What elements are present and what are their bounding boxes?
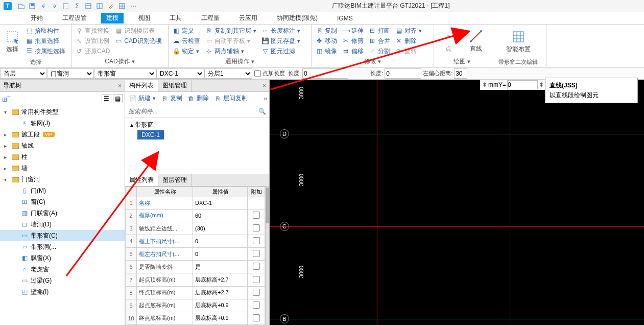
- property-row[interactable]: 4 框上下扣尺寸(... 0: [126, 235, 265, 248]
- elem-save-button[interactable]: 💾图元存盘 ▾: [259, 36, 302, 46]
- floor-copy-button[interactable]: ⎘层间复制: [212, 94, 250, 104]
- table2-icon[interactable]: [95, 2, 104, 11]
- property-row[interactable]: 8 终点顶标高(m) 层底标高+2.7: [126, 286, 265, 299]
- auto-align-button[interactable]: ▭自动平齐板 ▾: [203, 36, 258, 46]
- property-row[interactable]: 10 终点底标高(m) 层底标高+0.9: [126, 312, 265, 324]
- prop-select-button[interactable]: ☰按属性选择: [23, 46, 67, 56]
- component-group[interactable]: ▴ 带形窗: [127, 120, 267, 130]
- open-icon[interactable]: [16, 2, 26, 11]
- point-button[interactable]: 点: [438, 26, 459, 57]
- rotate-button[interactable]: ⟳旋转: [393, 46, 424, 56]
- drawing-canvas[interactable]: D C B 3000 3000 3000: [270, 80, 644, 325]
- prop-value[interactable]: 层底标高+0.9: [193, 299, 248, 312]
- tree-axis-line[interactable]: ▸轴线: [0, 140, 125, 151]
- length-dim-button[interactable]: ↔长度标注 ▾: [259, 26, 302, 36]
- prop-add[interactable]: [248, 222, 265, 235]
- prop-add[interactable]: [248, 286, 265, 299]
- prop-value[interactable]: 0: [193, 235, 248, 248]
- property-row[interactable]: 9 起点底标高(m) 层底标高+0.9: [126, 299, 265, 312]
- prop-value[interactable]: 60: [193, 209, 248, 222]
- tree-band-hole[interactable]: ▱带形洞(...: [0, 241, 125, 252]
- sum-icon[interactable]: Σ: [73, 2, 82, 11]
- tree-lintel[interactable]: ▭过梁(G): [0, 275, 125, 286]
- cloud-check-button[interactable]: ☁云检查: [171, 36, 202, 46]
- property-row[interactable]: 7 起点顶标高(m) 层底标高+2.7: [126, 273, 265, 286]
- prop-value[interactable]: 是: [193, 261, 248, 273]
- find-replace-button[interactable]: ⚲查找替换: [74, 26, 112, 36]
- menu-quantity[interactable]: 工程量: [196, 13, 225, 24]
- tree-window[interactable]: ⊞窗(C): [0, 196, 125, 207]
- property-row[interactable]: 5 框左右扣尺寸(... 0: [126, 248, 265, 261]
- tree-axis-net[interactable]: ♯轴网(J): [0, 118, 125, 129]
- elem-filter-button[interactable]: ▽图元过滤: [259, 46, 302, 56]
- recog-floor-button[interactable]: ▦识别楼层表: [113, 26, 163, 36]
- undo-icon[interactable]: [39, 2, 48, 11]
- menu-model[interactable]: 建模: [101, 13, 124, 24]
- new-button[interactable]: 📄新建 ▾: [127, 94, 158, 104]
- menu-project[interactable]: 工程设置: [57, 13, 92, 24]
- grid-icon[interactable]: [117, 2, 127, 11]
- prop-add[interactable]: [248, 209, 265, 222]
- mirror-button[interactable]: ◫镜像: [314, 46, 339, 56]
- close-icon[interactable]: ×: [259, 82, 269, 89]
- component-item[interactable]: DXC-1: [137, 130, 164, 140]
- menu-start[interactable]: 开始: [26, 13, 48, 24]
- prop-add[interactable]: [248, 248, 265, 261]
- region-icon[interactable]: [61, 2, 70, 11]
- tab-component-list[interactable]: 构件列表: [125, 80, 158, 91]
- restore-cad-button[interactable]: ↺还原CAD: [74, 46, 112, 56]
- move-button[interactable]: ✥移动: [314, 36, 339, 46]
- floor-select[interactable]: 首层: [0, 68, 47, 79]
- tab-drawing-mgr[interactable]: 图纸管理: [158, 80, 192, 91]
- menu-tools[interactable]: 工具: [164, 13, 187, 24]
- copy-comp-button[interactable]: ⎘复制: [159, 94, 184, 104]
- aux-axis-button[interactable]: ⊹两点辅轴 ▾: [203, 46, 258, 56]
- tree-door-hole[interactable]: ▾门窗洞: [0, 174, 125, 185]
- pick-component-button[interactable]: ⬚拾取构件: [23, 26, 67, 36]
- prop-value[interactable]: 层底标高+2.7: [193, 273, 248, 286]
- close-icon[interactable]: ×: [118, 82, 122, 89]
- tree-bay[interactable]: ◧飘窗(X): [0, 252, 125, 264]
- prop-value[interactable]: DXC-1: [193, 197, 248, 210]
- align-button[interactable]: ▤对齐 ▾: [393, 26, 424, 36]
- copy-to-floor-button[interactable]: ⎘复制到其它层 ▾: [203, 26, 258, 36]
- lock-button[interactable]: 🔒锁定 ▾: [171, 46, 202, 56]
- offset-button[interactable]: ⇉偏移: [340, 46, 366, 56]
- tree-door[interactable]: ▯门(M): [0, 185, 125, 196]
- prop-value[interactable]: 层底标高+0.9: [193, 312, 248, 324]
- tree-column[interactable]: ▸柱: [0, 151, 125, 163]
- category-select[interactable]: 门窗洞: [47, 68, 94, 79]
- copy-button[interactable]: ⎘复制: [314, 26, 339, 36]
- more-icon[interactable]: »: [264, 95, 267, 102]
- menu-view[interactable]: 视图: [133, 13, 155, 24]
- prop-add[interactable]: [248, 197, 265, 210]
- prop-value[interactable]: 0: [193, 248, 248, 261]
- split-button[interactable]: ⟋分割: [367, 46, 392, 56]
- rev-length-input[interactable]: [385, 68, 421, 79]
- batch-select-button[interactable]: ▦批量选择: [23, 36, 67, 46]
- scale-button[interactable]: ⤡设置比例: [74, 36, 112, 46]
- tree-common[interactable]: ▾常用构件类型: [0, 106, 125, 118]
- layer-select[interactable]: 分层1: [204, 68, 252, 79]
- more-icon[interactable]: ⋯: [129, 2, 138, 11]
- menu-collab[interactable]: 协同建模(限免): [272, 13, 323, 24]
- tree-stage[interactable]: ▸施工段VIP: [0, 129, 125, 140]
- tree-wall-hole[interactable]: ◻墙洞(D): [0, 219, 125, 230]
- property-row[interactable]: 3 轴线距左边线... (30): [126, 222, 265, 235]
- left-offset-input[interactable]: [454, 68, 467, 79]
- coord-y-input[interactable]: [507, 80, 538, 89]
- component-select[interactable]: DXC-1: [156, 68, 204, 79]
- cad-recog-button[interactable]: ▭CAD识别选项: [113, 36, 163, 46]
- search-input[interactable]: [125, 108, 255, 115]
- layout2-button[interactable]: ▦: [113, 94, 123, 103]
- property-row[interactable]: 2 框厚(mm) 60: [126, 209, 265, 222]
- tree-wall[interactable]: ▸墙: [0, 163, 125, 174]
- delete-button[interactable]: ✕删除: [393, 36, 424, 46]
- prop-add[interactable]: [248, 299, 265, 312]
- point-length-checkbox[interactable]: [254, 68, 261, 79]
- menu-igms[interactable]: IGMS: [332, 14, 358, 23]
- redo-icon[interactable]: [50, 2, 59, 11]
- prop-add[interactable]: [248, 273, 265, 286]
- tree-band-window[interactable]: ▭带形窗(C): [0, 230, 125, 241]
- tree-tiger[interactable]: ⌂老虎窗: [0, 264, 125, 275]
